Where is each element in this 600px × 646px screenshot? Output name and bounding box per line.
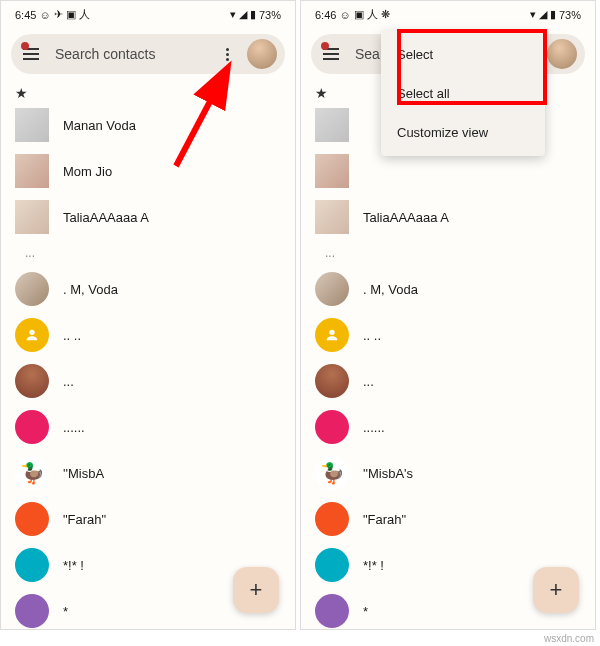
contact-avatar [15, 200, 49, 234]
contact-row[interactable]: ... [11, 358, 285, 404]
contact-name: .. .. [363, 328, 381, 343]
contact-avatar [315, 200, 349, 234]
notification-icon: ❋ [381, 8, 390, 21]
profile-avatar[interactable] [547, 39, 577, 69]
svg-point-0 [29, 330, 34, 335]
contact-avatar [315, 154, 349, 188]
section-break: ... [11, 240, 285, 266]
add-contact-fab[interactable]: + [533, 567, 579, 613]
contact-row[interactable]: .. .. [11, 312, 285, 358]
contact-row[interactable]: "Farah" [311, 496, 585, 542]
phone-screenshot-right: 6:46 ☺ ▣ 人 ❋ ▾ ◢ ▮ 73% Search c Select S… [300, 0, 596, 630]
contact-avatar: 🦆 [315, 456, 349, 490]
contact-row[interactable]: . M, Voda [311, 266, 585, 312]
contact-name: *!* ! [363, 558, 384, 573]
status-time: 6:46 [315, 9, 336, 21]
notification-icon: 人 [367, 7, 378, 22]
status-time: 6:45 [15, 9, 36, 21]
contact-avatar [15, 272, 49, 306]
battery-percent: 73% [259, 9, 281, 21]
menu-item-customize[interactable]: Customize view [381, 113, 545, 152]
plus-icon: + [250, 577, 263, 603]
wifi-icon: ▾ [230, 8, 236, 21]
status-bar: 6:46 ☺ ▣ 人 ❋ ▾ ◢ ▮ 73% [301, 1, 595, 26]
hamburger-menu-icon[interactable] [23, 44, 43, 64]
contact-name: . M, Voda [363, 282, 418, 297]
search-placeholder[interactable]: Search contacts [55, 46, 217, 62]
notification-icon: 人 [79, 7, 90, 22]
contact-name: "Farah" [363, 512, 406, 527]
contact-avatar [315, 410, 349, 444]
contact-row[interactable]: 🦆''MisbA [11, 450, 285, 496]
contact-row[interactable]: . M, Voda [11, 266, 285, 312]
contact-row[interactable]: ...... [311, 404, 585, 450]
contact-name: ...... [363, 420, 385, 435]
status-bar: 6:45 ☺ ✈ ▣ 人 ▾ ◢ ▮ 73% [1, 1, 295, 26]
contact-name: . M, Voda [63, 282, 118, 297]
notification-icon: ▣ [354, 8, 364, 21]
contact-avatar [15, 548, 49, 582]
starred-section: ★ [1, 82, 295, 102]
contact-row[interactable]: Manan Voda [11, 102, 285, 148]
contacts-list: Manan Voda Mom Jio TaliaAAAaaa A ... . M… [1, 102, 295, 630]
contact-row[interactable]: TaliaAAAaaa A [311, 194, 585, 240]
contact-avatar [15, 108, 49, 142]
whatsapp-icon: ☺ [39, 9, 50, 21]
search-bar[interactable]: Search contacts [11, 34, 285, 74]
contact-name: Manan Voda [63, 118, 136, 133]
contact-avatar: 🦆 [15, 456, 49, 490]
contacts-list: TaliaAAAaaa A ... . M, Voda .. .. ... ..… [301, 102, 595, 630]
contact-name: ...... [63, 420, 85, 435]
signal-icon: ◢ [239, 8, 247, 21]
contact-name: ''MisbA [63, 466, 104, 481]
profile-avatar[interactable] [247, 39, 277, 69]
contact-row[interactable]: "Farah" [11, 496, 285, 542]
contact-avatar [315, 364, 349, 398]
contact-avatar [15, 502, 49, 536]
plus-icon: + [550, 577, 563, 603]
contact-row[interactable]: ...... [11, 404, 285, 450]
contact-row[interactable]: TaliaAAAaaa A [11, 194, 285, 240]
hamburger-menu-icon[interactable] [323, 44, 343, 64]
watermark: wsxdn.com [544, 633, 594, 644]
menu-item-select-all[interactable]: Select all [381, 74, 545, 113]
contact-row[interactable]: Mom Jio [11, 148, 285, 194]
contact-avatar [315, 548, 349, 582]
contact-name: ... [63, 374, 74, 389]
contact-avatar [15, 410, 49, 444]
wifi-icon: ▾ [530, 8, 536, 21]
contact-name: ''MisbA's [363, 466, 413, 481]
contact-row[interactable]: 🦆''MisbA's [311, 450, 585, 496]
contact-name: .. .. [63, 328, 81, 343]
section-break: ... [311, 240, 585, 266]
contact-name: "Farah" [63, 512, 106, 527]
telegram-icon: ✈ [54, 8, 63, 21]
star-icon: ★ [15, 85, 28, 101]
star-icon: ★ [315, 85, 328, 101]
contact-avatar [315, 502, 349, 536]
phone-screenshot-left: 6:45 ☺ ✈ ▣ 人 ▾ ◢ ▮ 73% Search contacts ★… [0, 0, 296, 630]
battery-percent: 73% [559, 9, 581, 21]
contact-avatar [315, 594, 349, 628]
contact-avatar [315, 108, 349, 142]
notification-icon: ▣ [66, 8, 76, 21]
more-options-icon[interactable] [217, 44, 237, 64]
contact-avatar [15, 318, 49, 352]
signal-icon: ◢ [539, 8, 547, 21]
contact-name: *!* ! [63, 558, 84, 573]
contact-name: * [363, 604, 368, 619]
add-contact-fab[interactable]: + [233, 567, 279, 613]
contact-avatar [15, 154, 49, 188]
contact-avatar [15, 594, 49, 628]
contact-row[interactable]: ... [311, 358, 585, 404]
contact-name: ... [363, 374, 374, 389]
contact-name: TaliaAAAaaa A [63, 210, 149, 225]
contact-avatar [15, 364, 49, 398]
overflow-menu: Select Select all Customize view [381, 31, 545, 156]
contact-name: TaliaAAAaaa A [363, 210, 449, 225]
contact-avatar [315, 318, 349, 352]
contact-name: Mom Jio [63, 164, 112, 179]
contact-row[interactable]: .. .. [311, 312, 585, 358]
menu-item-select[interactable]: Select [381, 35, 545, 74]
whatsapp-icon: ☺ [339, 9, 350, 21]
